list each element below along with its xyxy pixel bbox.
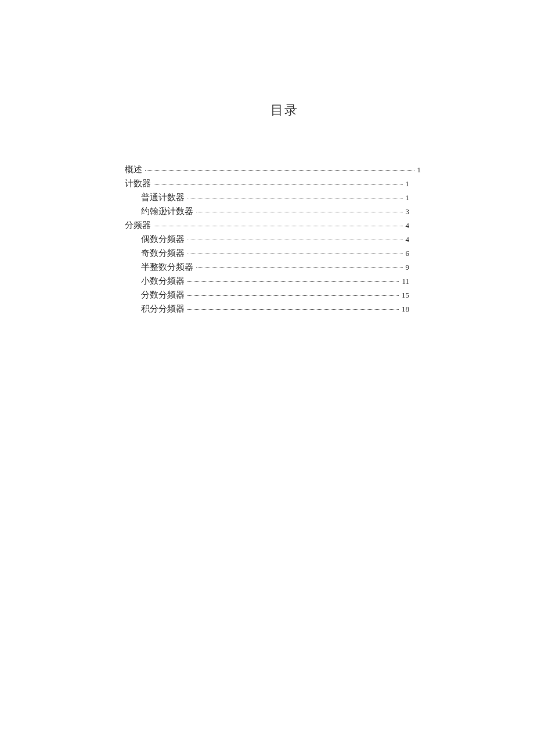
toc-entry-label: 计数器	[125, 179, 152, 188]
toc-leader-dots	[196, 212, 403, 212]
toc-entry-page: 15	[400, 291, 409, 299]
toc-leader-dots	[187, 281, 399, 282]
toc-entry: 分数分频器15	[125, 291, 409, 299]
toc-entry: 小数分频器11	[125, 277, 409, 285]
toc-title: 目录	[160, 102, 409, 119]
toc-entry: 概述1	[125, 165, 409, 174]
toc-entry-page: 6	[405, 249, 410, 257]
toc-entry-page: 1	[416, 166, 421, 173]
toc-entry-label: 分数分频器	[141, 291, 186, 299]
toc-entry-page: 11	[400, 277, 409, 285]
toc-entry: 分频器4	[125, 221, 409, 230]
table-of-contents: 概述1计数器1普通计数器1约翰逊计数器3分频器4偶数分频器4奇数分频器6半整数分…	[125, 165, 409, 313]
toc-leader-dots	[187, 240, 403, 240]
toc-leader-dots	[145, 170, 414, 171]
toc-entry-page: 4	[405, 222, 410, 229]
toc-entry: 奇数分频器6	[125, 249, 409, 258]
toc-entry-label: 奇数分频器	[141, 249, 186, 258]
toc-entry-label: 偶数分频器	[141, 235, 186, 244]
toc-leader-dots	[187, 295, 399, 296]
toc-entry: 计数器1	[125, 179, 409, 188]
toc-leader-dots	[196, 267, 403, 268]
toc-entry-page: 1	[405, 194, 410, 201]
toc-entry-label: 小数分频器	[141, 277, 186, 285]
toc-entry-page: 1	[405, 180, 410, 187]
toc-entry-label: 分频器	[125, 221, 152, 230]
toc-entry-label: 积分分频器	[141, 305, 186, 313]
toc-leader-dots	[154, 184, 403, 185]
toc-entry-page: 18	[400, 305, 409, 313]
toc-leader-dots	[187, 254, 403, 254]
document-page: 目录 概述1计数器1普通计数器1约翰逊计数器3分频器4偶数分频器4奇数分频器6半…	[0, 0, 534, 313]
toc-entry: 普通计数器1	[125, 193, 409, 202]
toc-entry-page: 4	[405, 236, 410, 243]
toc-leader-dots	[187, 198, 403, 198]
toc-leader-dots	[187, 309, 399, 310]
toc-entry-label: 概述	[125, 165, 143, 174]
toc-entry-label: 半整数分频器	[141, 263, 194, 272]
toc-entry-label: 普通计数器	[141, 193, 186, 202]
toc-entry: 约翰逊计数器3	[125, 207, 409, 216]
toc-entry: 积分分频器18	[125, 305, 409, 313]
toc-leader-dots	[154, 226, 403, 226]
toc-entry: 半整数分频器9	[125, 263, 409, 272]
toc-entry-label: 约翰逊计数器	[141, 207, 194, 216]
toc-entry: 偶数分频器4	[125, 235, 409, 244]
toc-entry-page: 3	[405, 208, 410, 215]
toc-entry-page: 9	[405, 263, 410, 271]
